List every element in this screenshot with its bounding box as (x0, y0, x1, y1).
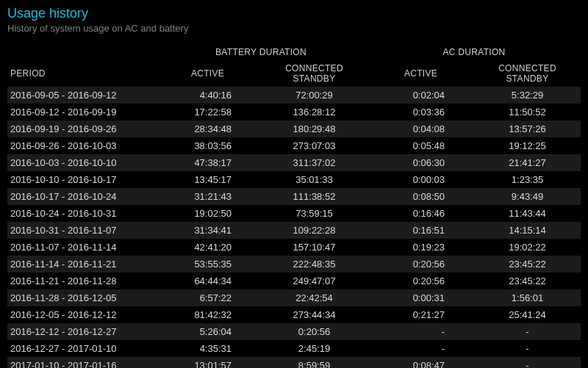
battery-active-cell: 42:41:20 (154, 239, 261, 256)
ac-cs-cell: 11:50:52 (474, 104, 581, 120)
table-row: 2016-12-12 - 2016-12-275:26:040:20:56-- (7, 323, 581, 340)
usage-history-section: Usage history History of system usage on… (0, 0, 588, 368)
ac-active-cell: 0:00:03 (368, 171, 474, 188)
ac-cs-cell: 23:45:22 (474, 273, 581, 289)
period-cell: 2016-10-31 - 2016-11-07 (7, 222, 154, 239)
battery-active-cell: 64:44:34 (154, 273, 261, 289)
battery-active-cell: 19:02:50 (154, 205, 261, 222)
battery-active-header: ACTIVE (154, 60, 261, 87)
ac-active-cell: 0:19:23 (368, 239, 474, 256)
battery-active-cell: 53:55:35 (154, 256, 261, 273)
battery-cs-cell: 311:37:02 (261, 154, 368, 171)
ac-active-cell: 0:20:56 (368, 273, 474, 289)
battery-cs-cell: 22:42:54 (261, 289, 368, 306)
period-cell: 2016-11-14 - 2016-11-21 (7, 256, 154, 273)
usage-history-tbody: 2016-09-05 - 2016-09-124:40:1672:00:290:… (7, 87, 581, 368)
ac-duration-header: AC DURATION (368, 44, 581, 60)
period-cell: 2016-11-07 - 2016-11-14 (7, 239, 154, 256)
battery-active-cell: 31:21:43 (154, 188, 261, 205)
table-row: 2016-11-21 - 2016-11-2864:44:34249:47:07… (7, 273, 581, 289)
ac-cs-cell: 5:32:29 (474, 87, 581, 104)
battery-cs-cell: 8:59:59 (261, 357, 368, 368)
ac-cs-cell: - (474, 357, 581, 368)
table-row: 2016-11-28 - 2016-12-056:57:2222:42:540:… (7, 289, 581, 306)
battery-cs-cell: 157:10:47 (261, 239, 368, 256)
battery-active-cell: 28:34:48 (154, 120, 261, 137)
ac-active-cell: 0:16:46 (368, 205, 474, 222)
ac-active-cell: 0:06:30 (368, 154, 474, 171)
battery-cs-cell: 180:29:48 (261, 120, 368, 137)
usage-history-table: BATTERY DURATION AC DURATION PERIOD ACTI… (7, 44, 581, 368)
ac-cs-cell: 23:45:22 (474, 256, 581, 273)
battery-active-cell: 4:40:16 (154, 87, 261, 104)
battery-cs-cell: 109:22:28 (261, 222, 368, 239)
period-cell: 2017-01-10 - 2017-01-16 (7, 357, 154, 368)
period-cell: 2016-12-05 - 2016-12-12 (7, 306, 154, 323)
ac-active-cell: 0:03:36 (368, 104, 474, 120)
period-cell: 2016-11-28 - 2016-12-05 (7, 289, 154, 306)
battery-active-cell: 5:26:04 (154, 323, 261, 340)
battery-cs-cell: 0:20:56 (261, 323, 368, 340)
ac-cs-cell: 21:41:27 (474, 154, 581, 171)
table-row: 2016-09-26 - 2016-10-0338:03:56273:07:03… (7, 137, 581, 154)
battery-cs-cell: 136:28:12 (261, 104, 368, 120)
table-row: 2016-09-05 - 2016-09-124:40:1672:00:290:… (7, 87, 581, 104)
table-row: 2016-11-14 - 2016-11-2153:55:35222:48:35… (7, 256, 581, 273)
ac-cs-cell: 19:12:25 (474, 137, 581, 154)
period-cell: 2016-10-03 - 2016-10-10 (7, 154, 154, 171)
battery-cs-cell: 73:59:15 (261, 205, 368, 222)
ac-active-cell: - (368, 323, 474, 340)
battery-cs-cell: 111:38:52 (261, 188, 368, 205)
table-row: 2016-10-31 - 2016-11-0731:34:41109:22:28… (7, 222, 581, 239)
ac-active-cell: 0:16:51 (368, 222, 474, 239)
battery-cs-header: CONNECTED STANDBY (261, 60, 368, 87)
table-row: 2016-10-24 - 2016-10-3119:02:5073:59:150… (7, 205, 581, 222)
ac-cs-cell: 11:43:44 (474, 205, 581, 222)
table-row: 2016-12-05 - 2016-12-1281:42:32273:44:34… (7, 306, 581, 323)
period-cell: 2016-12-27 - 2017-01-10 (7, 340, 154, 357)
period-cell: 2016-10-24 - 2016-10-31 (7, 205, 154, 222)
section-title: Usage history (7, 6, 581, 21)
battery-active-cell: 13:01:57 (154, 357, 261, 368)
ac-active-header: ACTIVE (368, 60, 474, 87)
ac-active-cell: 0:05:48 (368, 137, 474, 154)
table-row: 2017-01-10 - 2017-01-1613:01:578:59:590:… (7, 357, 581, 368)
blank-header (7, 44, 154, 60)
period-cell: 2016-09-05 - 2016-09-12 (7, 87, 154, 104)
table-row: 2016-09-19 - 2016-09-2628:34:48180:29:48… (7, 120, 581, 137)
period-cell: 2016-10-17 - 2016-10-24 (7, 188, 154, 205)
table-row: 2016-10-10 - 2016-10-1713:45:1735:01:330… (7, 171, 581, 188)
battery-cs-cell: 72:00:29 (261, 87, 368, 104)
ac-cs-header: CONNECTED STANDBY (474, 60, 581, 87)
battery-cs-cell: 222:48:35 (261, 256, 368, 273)
table-row: 2016-10-03 - 2016-10-1047:38:17311:37:02… (7, 154, 581, 171)
battery-active-cell: 13:45:17 (154, 171, 261, 188)
table-header-group-row: BATTERY DURATION AC DURATION (7, 44, 581, 60)
period-cell: 2016-09-19 - 2016-09-26 (7, 120, 154, 137)
ac-active-cell: 0:00:31 (368, 289, 474, 306)
ac-active-cell: 0:08:50 (368, 188, 474, 205)
period-header: PERIOD (7, 60, 154, 87)
ac-cs-cell: 9:43:49 (474, 188, 581, 205)
battery-cs-cell: 249:47:07 (261, 273, 368, 289)
battery-active-cell: 47:38:17 (154, 154, 261, 171)
ac-cs-cell: 1:23:35 (474, 171, 581, 188)
battery-active-cell: 31:34:41 (154, 222, 261, 239)
battery-cs-cell: 2:45:19 (261, 340, 368, 357)
ac-cs-cell: - (474, 340, 581, 357)
battery-active-cell: 17:22:58 (154, 104, 261, 120)
period-cell: 2016-09-26 - 2016-10-03 (7, 137, 154, 154)
period-cell: 2016-12-12 - 2016-12-27 (7, 323, 154, 340)
ac-active-cell: 0:08:47 (368, 357, 474, 368)
battery-active-cell: 81:42:32 (154, 306, 261, 323)
battery-cs-cell: 35:01:33 (261, 171, 368, 188)
ac-cs-cell: 25:41:24 (474, 306, 581, 323)
ac-active-cell: 0:04:08 (368, 120, 474, 137)
table-row: 2016-11-07 - 2016-11-1442:41:20157:10:47… (7, 239, 581, 256)
ac-active-cell: 0:20:56 (368, 256, 474, 273)
period-cell: 2016-11-21 - 2016-11-28 (7, 273, 154, 289)
battery-active-cell: 4:35:31 (154, 340, 261, 357)
ac-active-cell: 0:21:27 (368, 306, 474, 323)
battery-active-cell: 6:57:22 (154, 289, 261, 306)
ac-cs-cell: 1:56:01 (474, 289, 581, 306)
